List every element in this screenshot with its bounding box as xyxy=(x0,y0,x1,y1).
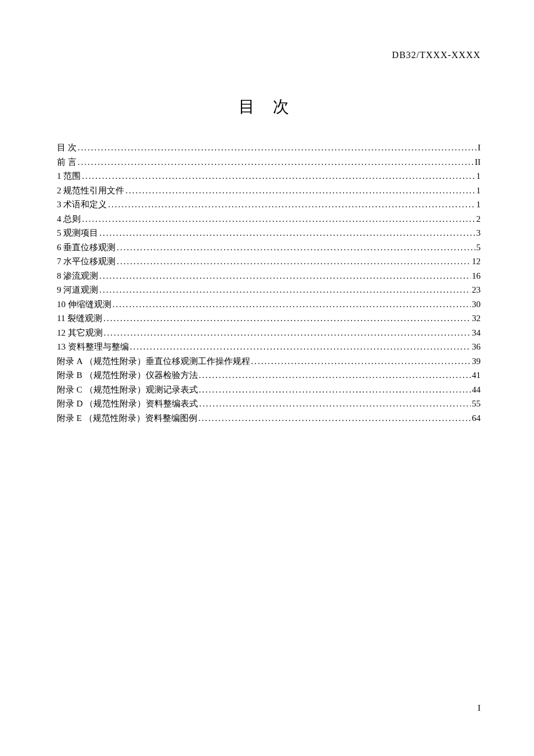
toc-entry-label: 附录 D （规范性附录）资料整编表式 xyxy=(57,397,198,411)
toc-leader-dots xyxy=(117,254,471,269)
toc-entry-page: 3 xyxy=(477,226,481,240)
toc-entry-page: 16 xyxy=(472,269,481,283)
toc-entry-label: 7 水平位移观测 xyxy=(57,254,116,269)
toc-entry: 前 言II xyxy=(57,155,481,170)
toc-entry-label: 11 裂缝观测 xyxy=(57,311,102,326)
toc-entry-page: 64 xyxy=(472,411,481,426)
toc-entry-page: 1 xyxy=(477,183,481,198)
toc-entry-page: 12 xyxy=(472,254,481,269)
toc-entry-page: 2 xyxy=(477,212,481,226)
toc-leader-dots xyxy=(103,311,471,326)
toc-entry: 附录 E （规范性附录）资料整编图例64 xyxy=(57,411,481,426)
toc-entry-label: 13 资料整理与整编 xyxy=(57,340,129,354)
toc-leader-dots xyxy=(108,197,475,212)
table-of-contents: 目 次I前 言II1 范围12 规范性引用文件13 术语和定义14 总则25 观… xyxy=(57,141,481,425)
toc-entry-page: 32 xyxy=(472,311,481,326)
toc-entry: 附录 A （规范性附录）垂直位移观测工作操作规程39 xyxy=(57,354,481,369)
toc-leader-dots xyxy=(117,240,475,255)
toc-entry-page: 41 xyxy=(472,368,481,383)
toc-entry-page: 1 xyxy=(477,169,481,183)
toc-entry: 8 渗流观测16 xyxy=(57,269,481,283)
toc-entry-label: 6 垂直位移观测 xyxy=(57,240,116,255)
toc-entry: 附录 D （规范性附录）资料整编表式55 xyxy=(57,397,481,411)
toc-entry-label: 目 次 xyxy=(57,141,77,155)
toc-leader-dots xyxy=(78,155,474,170)
toc-leader-dots xyxy=(82,212,475,226)
toc-entry-label: 附录 B （规范性附录）仪器检验方法 xyxy=(57,368,198,383)
toc-entry-label: 前 言 xyxy=(57,155,77,170)
toc-entry-label: 9 河道观测 xyxy=(57,283,98,297)
toc-entry-page: 5 xyxy=(477,240,481,255)
toc-entry-label: 4 总则 xyxy=(57,212,81,226)
toc-entry: 4 总则2 xyxy=(57,212,481,226)
toc-entry-page: 44 xyxy=(472,383,481,397)
toc-entry: 2 规范性引用文件1 xyxy=(57,183,481,198)
toc-entry-page: 34 xyxy=(472,326,481,340)
page-title: 目 次 xyxy=(0,96,534,118)
toc-entry-page: 39 xyxy=(472,354,481,369)
toc-entry: 1 范围1 xyxy=(57,169,481,183)
toc-leader-dots xyxy=(113,297,471,312)
toc-entry: 目 次I xyxy=(57,141,481,155)
toc-leader-dots xyxy=(99,269,471,283)
toc-entry: 附录 C （规范性附录）观测记录表式44 xyxy=(57,383,481,397)
toc-entry-label: 附录 C （规范性附录）观测记录表式 xyxy=(57,383,198,397)
toc-entry-page: I xyxy=(478,141,481,155)
toc-entry: 10 伸缩缝观测30 xyxy=(57,297,481,312)
toc-entry-label: 2 规范性引用文件 xyxy=(57,183,124,198)
toc-entry-page: II xyxy=(475,155,481,170)
toc-leader-dots xyxy=(199,411,471,426)
toc-leader-dots xyxy=(199,368,471,383)
toc-leader-dots xyxy=(99,283,471,297)
toc-entry-label: 10 伸缩缝观测 xyxy=(57,297,111,312)
toc-leader-dots xyxy=(199,383,471,397)
page-number: I xyxy=(478,703,481,713)
toc-leader-dots xyxy=(125,183,475,198)
toc-entry-page: 1 xyxy=(477,197,481,212)
toc-entry-label: 8 渗流观测 xyxy=(57,269,98,283)
toc-entry-page: 30 xyxy=(472,297,481,312)
toc-entry: 12 其它观测34 xyxy=(57,326,481,340)
toc-entry: 附录 B （规范性附录）仪器检验方法41 xyxy=(57,368,481,383)
toc-entry: 13 资料整理与整编36 xyxy=(57,340,481,354)
toc-entry-label: 5 观测项目 xyxy=(57,226,98,240)
toc-entry-page: 55 xyxy=(472,397,481,411)
toc-leader-dots xyxy=(251,354,471,369)
toc-entry-page: 23 xyxy=(472,283,481,297)
toc-entry: 6 垂直位移观测5 xyxy=(57,240,481,255)
toc-leader-dots xyxy=(99,226,475,240)
toc-entry: 9 河道观测23 xyxy=(57,283,481,297)
toc-entry: 11 裂缝观测32 xyxy=(57,311,481,326)
toc-entry: 7 水平位移观测12 xyxy=(57,254,481,269)
toc-entry-label: 附录 A （规范性附录）垂直位移观测工作操作规程 xyxy=(57,354,250,369)
toc-leader-dots xyxy=(82,169,475,183)
toc-leader-dots xyxy=(130,340,471,354)
toc-leader-dots xyxy=(104,326,471,340)
toc-entry-label: 附录 E （规范性附录）资料整编图例 xyxy=(57,411,197,426)
toc-leader-dots xyxy=(199,397,471,411)
toc-entry-label: 1 范围 xyxy=(57,169,81,183)
toc-leader-dots xyxy=(78,141,477,155)
toc-entry-label: 3 术语和定义 xyxy=(57,197,107,212)
toc-entry-label: 12 其它观测 xyxy=(57,326,103,340)
toc-entry: 5 观测项目3 xyxy=(57,226,481,240)
toc-entry-page: 36 xyxy=(472,340,481,354)
toc-entry: 3 术语和定义1 xyxy=(57,197,481,212)
document-code: DB32/TXXX-XXXX xyxy=(392,50,481,60)
